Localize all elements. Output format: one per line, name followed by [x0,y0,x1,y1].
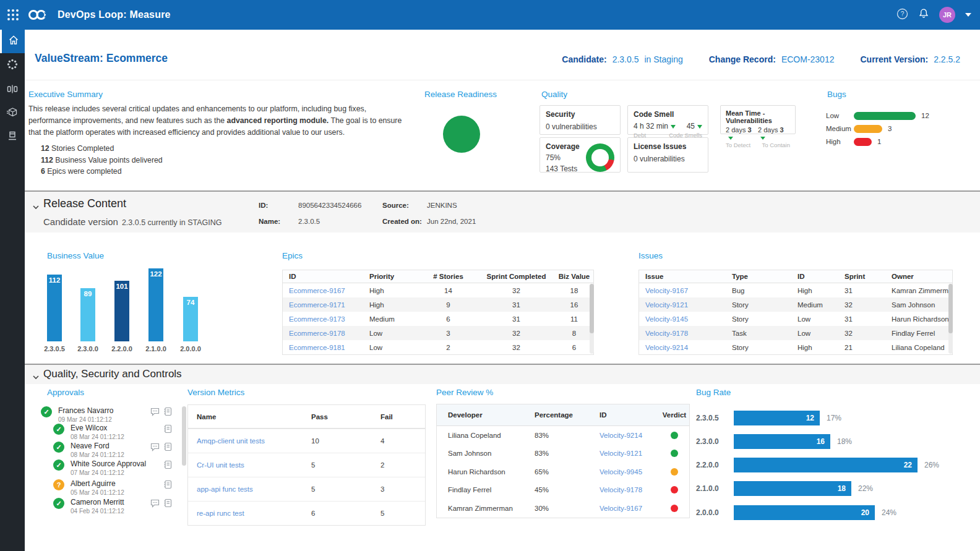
approvals-scrollbar[interactable] [182,406,186,476]
coverage-card-title: Coverage [546,142,580,151]
review-id-link[interactable]: Velocity-9945 [600,468,642,476]
version-metrics-body: Amqp-client unit tests104Cr-UI unit test… [188,429,425,525]
help-icon[interactable]: ? [896,8,908,22]
qsc-section: Approvals ✓Frances Navarro09 Mar 24 01:1… [25,384,980,551]
approval-item: ✓Eve Wilcox08 Mar 24 01:12:12 [53,424,124,440]
column-header: Issue [639,273,726,280]
current-version-value[interactable]: 2.2.5.2 [934,54,960,64]
epic-id-link[interactable]: Ecommerce-9173 [289,315,345,323]
column-header: # Stories [419,273,478,280]
comment-icon[interactable] [150,443,160,454]
sidebar-item-releases[interactable] [0,102,25,126]
collapse-chevron-icon[interactable] [32,371,40,382]
fail-count-cell: 4 [379,437,425,445]
collapse-chevron-icon[interactable] [32,201,40,212]
user-avatar[interactable]: JR [939,7,955,23]
issue-id-link[interactable]: Velocity-9167 [645,287,688,294]
business-value-title: Business Value [47,251,104,260]
table-row: Ecommerce-9171High93116 [283,297,593,312]
column-header: Developer [437,411,523,419]
issue-priority-cell: Medium [791,301,838,309]
issue-sprint-cell: 21 [838,344,885,351]
business-value-bar: 89 [80,288,95,341]
sidebar-item-compare[interactable] [0,79,25,102]
test-name-link[interactable]: app-api func tests [197,485,253,493]
peer-review-table: DeveloperPercentageIDVerdict Liliana Cop… [436,404,690,518]
table-row: Velocity-9145StoryLow31Harun Richardson [639,312,952,326]
epic-id-link[interactable]: Ecommerce-9181 [289,344,345,351]
verdict-dot [671,468,678,476]
review-id-link[interactable]: Velocity-9178 [600,486,642,493]
column-header: Type [726,273,791,280]
bug-rate-percent: 17% [827,414,841,422]
bug-rate-title: Bug Rate [696,388,731,397]
review-id-link[interactable]: Velocity-9214 [600,432,642,439]
approver-name: Cameron Merritt [71,498,124,506]
developer-cell: Findlay Ferrel [437,486,523,493]
issue-type-cell: Story [726,315,791,323]
bugs-chart: Low12Medium3High1 [826,111,929,150]
stat-value: 12 [41,144,49,153]
app-launcher-icon[interactable] [7,9,19,20]
summary-text-bold: advanced reporting module. [227,116,329,125]
issue-id-link[interactable]: Velocity-9145 [645,315,688,323]
notifications-bell-icon[interactable] [918,8,929,22]
epic-id-link[interactable]: Ecommerce-9178 [289,330,345,337]
issue-id-link[interactable]: Velocity-9121 [645,301,688,309]
candidate-version[interactable]: 2.3.0.5 [612,54,639,64]
developer-cell: Harun Richardson [437,468,523,476]
release-meta-bar: Candidate: 2.3.0.5 in Staging Change Rec… [562,54,960,64]
comment-icon[interactable] [150,408,160,419]
test-name-link[interactable]: Amqp-client unit tests [197,437,265,445]
fail-count-cell: 3 [379,485,425,493]
issue-type-cell: Story [726,344,791,351]
notes-icon[interactable] [163,424,172,436]
issue-id-link[interactable]: Velocity-9214 [645,344,688,351]
license-issues-card-title: License Issues [634,142,702,151]
notes-icon[interactable] [163,480,172,492]
change-record-value[interactable]: ECOM-23012 [781,54,835,64]
home-icon [7,34,20,49]
notes-icon[interactable] [163,442,172,454]
epic-stories-cell: 14 [419,287,478,294]
column-header: Priority [363,273,419,280]
issue-sprint-cell: 32 [838,301,885,309]
issue-id-cell: Velocity-9121 [639,301,726,309]
bug-severity-label: High [826,138,854,145]
sidebar-item-workflows[interactable] [0,54,25,77]
review-id-link[interactable]: Velocity-9167 [600,505,642,512]
sidebar-item-environments[interactable] [0,126,25,149]
verdict-cell [660,468,689,476]
quality-title: Quality [541,90,567,99]
issue-id-link[interactable]: Velocity-9178 [645,330,688,337]
notes-icon[interactable] [163,498,172,510]
issues-table-scrollbar[interactable] [948,284,953,354]
column-header: Fail [379,413,425,421]
approval-item: ✓White Source Approval07 Mar 24 01:12:12 [53,459,146,476]
epic-id-link[interactable]: Ecommerce-9167 [289,287,345,294]
verdict-cell [660,505,689,512]
approval-timestamp: 04 Feb 24 01:12:12 [71,508,124,515]
release-details-section: Business Value 1122.3.0.5892.3.0.01012.2… [25,233,980,364]
notes-icon[interactable] [163,407,172,419]
epic-id-link[interactable]: Ecommerce-9171 [289,301,345,309]
review-id-link[interactable]: Velocity-9121 [600,450,642,457]
table-row: Velocity-9214StoryHigh21Liliana Copeland [639,340,952,354]
test-name-link[interactable]: Cr-UI unit tests [197,461,244,469]
summary-stat: 6 Epics were completed [41,167,163,176]
test-name-link[interactable]: re-api runc test [197,510,244,517]
epics-table-scrollbar[interactable] [590,284,594,354]
bug-rate-bar: 18 [734,481,851,496]
verdict-dot [671,505,678,512]
comment-icon[interactable] [150,499,160,510]
sidebar-item-home[interactable] [0,30,25,53]
notes-icon[interactable] [163,460,172,472]
issue-priority-cell: High [791,344,838,351]
approval-text: Cameron Merritt04 Feb 24 01:12:12 [71,498,124,515]
release-readiness-title: Release Readiness [424,90,497,99]
version-metrics-title: Version Metrics [187,388,244,397]
column-header: ID [283,273,363,280]
user-menu-caret-icon[interactable] [965,13,971,17]
page-header: ValueStream: Ecommerce Candidate: 2.3.0.… [25,30,980,80]
rc-created-label: Created on: [382,218,422,225]
